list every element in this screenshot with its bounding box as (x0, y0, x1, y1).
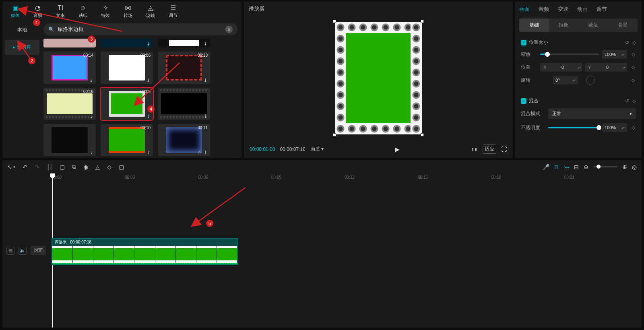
tool-crop[interactable]: ▢ (119, 164, 124, 170)
stepper-icon[interactable]: ▴▾ (621, 66, 627, 69)
scale-slider[interactable] (540, 54, 599, 55)
search-clear-button[interactable]: ✕ (225, 26, 233, 33)
resize-handle[interactable] (333, 133, 336, 136)
tab-media[interactable]: ▣ 媒体 (4, 3, 27, 19)
play-button[interactable]: ▶ (379, 146, 416, 153)
resize-handle[interactable] (333, 20, 336, 23)
download-icon[interactable]: ⭳ (204, 78, 208, 82)
keyframe-toggle[interactable]: ◇ (630, 125, 636, 130)
asset-item[interactable]: ⭳ (43, 124, 96, 156)
tool-rotate[interactable]: ◇ (107, 164, 111, 170)
sidebar-item-local[interactable]: 本地 (5, 23, 39, 37)
tool-speed[interactable]: ◉ (83, 164, 88, 170)
timeline-body[interactable]: 00:00 00:03 00:06 00:09 00:12 00:15 00:1… (2, 173, 642, 328)
tool-delete[interactable]: ▢ (60, 164, 65, 170)
subtab-basic[interactable]: 基础 (519, 19, 549, 32)
opacity-value[interactable]: 100%▴▾ (602, 123, 627, 132)
tab-adjust[interactable]: ☰ 调节 (162, 3, 184, 19)
tab-filter[interactable]: ◬ 滤镜 (139, 3, 162, 19)
tab-text[interactable]: TI 文本 (49, 3, 72, 19)
tab-sticker[interactable]: ☺ 贴纸 (72, 3, 94, 19)
tool-link[interactable]: ⧟ (564, 164, 569, 170)
position-x-input[interactable]: X0▴▾ (540, 63, 582, 72)
tab-speed[interactable]: 变速 (558, 6, 568, 13)
zoom-in-icon[interactable]: ⊕ (622, 164, 627, 170)
asset-item[interactable]: ⭳ (43, 39, 96, 47)
asset-item[interactable]: 00:18 ⭳ (158, 52, 210, 84)
blend-mode-select[interactable]: 正常 ▾ (548, 108, 636, 119)
resize-handle[interactable] (421, 133, 424, 136)
favorite-icon[interactable]: ☆ (198, 150, 201, 155)
tool-redo[interactable]: ↷ (35, 164, 39, 170)
asset-item[interactable]: 00:16 ⭳ (43, 88, 96, 120)
stepper-icon[interactable]: ▴▾ (576, 66, 582, 69)
tab-adjust-prop[interactable]: 调节 (597, 6, 607, 13)
asset-item[interactable]: 00:06 ⭳ (101, 52, 153, 84)
timeline-ruler[interactable]: 00:00 00:03 00:06 00:09 00:12 00:15 00:1… (51, 173, 642, 182)
zoom-slider[interactable] (593, 166, 617, 167)
stepper-icon[interactable]: ▴▾ (621, 126, 625, 130)
asset-item[interactable]: ⭳ (158, 88, 210, 120)
asset-item[interactable]: 00:11 ☆ ⭳ (158, 124, 210, 156)
keyframe-icon[interactable]: ◇ (632, 40, 636, 45)
download-icon[interactable]: ⭳ (147, 41, 151, 46)
download-icon[interactable]: ⭳ (204, 150, 208, 155)
zoom-fit-icon[interactable]: ◎ (632, 164, 637, 170)
search-input[interactable] (58, 27, 222, 33)
tab-audio-prop[interactable]: 音频 (539, 6, 549, 13)
quality-dropdown[interactable]: 画质 ▾ (310, 146, 324, 153)
download-icon[interactable]: ⭳ (147, 114, 151, 118)
tool-select[interactable]: ↖ ▾ (7, 164, 15, 170)
tab-anim[interactable]: 动画 (577, 6, 588, 13)
download-icon[interactable]: ⭳ (204, 41, 208, 46)
download-icon[interactable]: ⭳ (147, 78, 151, 82)
timeline-clip[interactable]: 库洛米 00:00:07:18 (52, 238, 238, 265)
tab-transition[interactable]: ⋈ 转场 (117, 3, 139, 19)
sidebar-item-library[interactable]: 素材库 (5, 40, 39, 55)
keyframe-toggle[interactable]: ◇ (630, 64, 636, 70)
fit-button[interactable]: 适应 (483, 144, 496, 154)
tab-effect[interactable]: ✧ 特效 (94, 3, 117, 19)
opacity-slider[interactable] (548, 127, 599, 128)
download-icon[interactable]: ⭳ (147, 150, 151, 155)
asset-item[interactable]: ⭳ (158, 39, 210, 47)
keyframe-toggle[interactable]: ◇ (630, 52, 636, 57)
tool-mirror[interactable]: △ (95, 164, 100, 170)
asset-item[interactable]: ⭳ (101, 39, 153, 47)
subtab-matte[interactable]: 蒙版 (578, 19, 608, 32)
rotation-value[interactable]: 0°▴▾ (553, 76, 578, 85)
zoom-out-icon[interactable]: ⊖ (584, 164, 588, 170)
position-y-input[interactable]: Y0▴▾ (585, 63, 627, 72)
compare-icon[interactable]: ⫾⫾ (471, 146, 478, 153)
download-icon[interactable]: ⭳ (89, 78, 93, 82)
download-icon[interactable]: ⭳ (89, 114, 93, 118)
reset-icon[interactable]: ↺ (625, 40, 629, 45)
subtab-bg[interactable]: 背景 (608, 19, 638, 32)
tool-undo[interactable]: ↶ (23, 164, 27, 170)
stepper-icon[interactable]: ▴▾ (621, 53, 625, 56)
asset-item[interactable]: 00:10 ⭳ (101, 124, 153, 156)
stepper-icon[interactable]: ▴▾ (572, 78, 576, 82)
rotation-dial[interactable] (586, 76, 595, 85)
download-icon[interactable]: ⭳ (89, 41, 93, 46)
asset-item[interactable]: 00:14 ⭳ (43, 52, 96, 84)
cover-button[interactable]: 封面 (31, 246, 46, 255)
download-icon[interactable]: ⭳ (89, 150, 93, 155)
tool-magnet[interactable]: ⊓ (554, 164, 559, 170)
track-lock-icon[interactable]: ▤ (6, 247, 14, 255)
scale-value[interactable]: 100%▴▾ (602, 50, 627, 59)
resize-handle[interactable] (421, 20, 424, 23)
checkbox-position-size[interactable]: ✓ (521, 40, 526, 45)
track-mute-icon[interactable]: 🔈 (19, 247, 27, 255)
tool-split[interactable]: ⎮⎮ (47, 164, 52, 170)
keyframe-icon[interactable]: ◇ (632, 98, 636, 104)
preview-canvas[interactable] (244, 15, 513, 140)
tab-picture[interactable]: 画面 (519, 6, 530, 13)
fullscreen-icon[interactable]: ⛶ (501, 146, 507, 153)
tool-mic[interactable]: 🎤 (543, 164, 549, 170)
tool-copy[interactable]: ⧉ (72, 163, 76, 170)
keyframe-toggle[interactable]: ◇ (630, 77, 636, 83)
download-icon[interactable]: ⭳ (204, 114, 208, 118)
reset-icon[interactable]: ↺ (625, 98, 629, 104)
checkbox-blend[interactable]: ✓ (521, 98, 526, 104)
